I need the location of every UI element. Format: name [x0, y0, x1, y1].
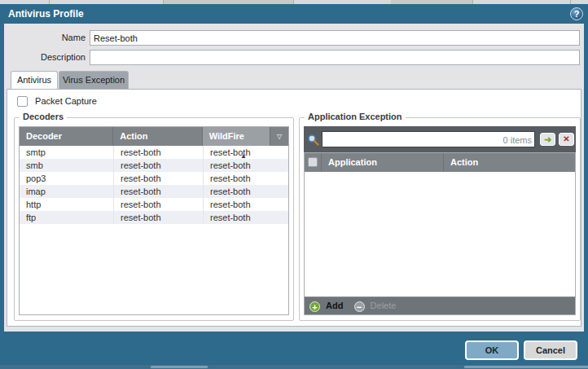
tab-virus-exception[interactable]: Virus Exception — [59, 71, 129, 89]
ok-button[interactable]: OK — [465, 340, 519, 360]
background-page-bottom — [0, 365, 588, 369]
description-label: Description — [4, 52, 86, 62]
dialog-titlebar: Antivirus Profile ? — [0, 4, 588, 24]
decoders-table: Decoder Action WildFire Action▲ ▽ smtp r… — [19, 126, 289, 315]
table-row[interactable]: imap reset-both reset-both — [20, 185, 288, 198]
column-header-application[interactable]: Application — [322, 153, 444, 172]
antivirus-tab-panel: Packet Capture Decoders Decoder Action W… — [7, 89, 581, 327]
dialog-title: Antivirus Profile — [8, 8, 84, 20]
delete-minus-icon: − — [354, 301, 365, 312]
column-menu-icon[interactable]: ▽ — [270, 127, 288, 146]
column-header-action[interactable]: Action — [113, 127, 202, 146]
decoders-legend: Decoders — [20, 112, 67, 121]
column-header-wildfire-action[interactable]: WildFire Action▲ — [203, 127, 271, 146]
packet-capture-checkbox[interactable] — [17, 96, 28, 107]
column-header-decoder[interactable]: Decoder — [20, 127, 113, 146]
table-row[interactable]: pop3 reset-both reset-both — [20, 172, 288, 185]
dialog-body: Name Description Antivirus Virus Excepti… — [4, 24, 584, 332]
select-all-checkbox[interactable] — [305, 153, 322, 172]
application-exception-legend: Application Exception — [305, 112, 406, 121]
help-icon[interactable]: ? — [570, 7, 583, 20]
packet-capture-row: Packet Capture — [17, 95, 97, 107]
dialog-footer: OK Cancel — [0, 332, 588, 365]
delete-button[interactable]: − Delete — [354, 301, 397, 310]
table-row[interactable]: smtp reset-both reset-both — [20, 146, 288, 159]
application-table-footer: + Add − Delete — [304, 297, 576, 315]
application-exception-table: Application Action — [304, 152, 576, 297]
add-plus-icon: + — [309, 301, 320, 312]
application-search-toolbar: 0 items ➜ ✕ — [304, 126, 576, 152]
antivirus-profile-dialog: Antivirus Profile ? Name Description Ant… — [0, 4, 588, 365]
decoders-table-header: Decoder Action WildFire Action▲ ▽ — [20, 127, 288, 146]
decoders-fieldset: Decoders Decoder Action WildFire Action▲… — [14, 117, 294, 321]
add-button[interactable]: + Add — [309, 301, 346, 310]
table-row[interactable]: ftp reset-both reset-both — [20, 211, 288, 224]
packet-capture-label: Packet Capture — [35, 96, 97, 106]
name-label: Name — [4, 33, 86, 42]
search-icon — [307, 134, 319, 146]
apply-filter-icon[interactable]: ➜ — [540, 133, 555, 146]
screen: Antivirus Profile ? Name Description Ant… — [0, 0, 588, 369]
clear-filter-icon[interactable]: ✕ — [559, 133, 574, 146]
tab-antivirus[interactable]: Antivirus — [11, 71, 58, 89]
cancel-button[interactable]: Cancel — [524, 340, 577, 360]
column-header-app-action[interactable]: Action — [444, 153, 575, 172]
application-exception-fieldset: Application Exception 0 items ➜ ✕ — [299, 117, 581, 321]
name-field[interactable] — [90, 30, 580, 46]
application-table-header: Application Action — [305, 153, 575, 172]
description-field[interactable] — [90, 50, 580, 65]
items-count-badge: 0 items — [491, 135, 532, 145]
table-row[interactable]: http reset-both reset-both — [20, 198, 288, 211]
table-row[interactable]: smb reset-both reset-both — [20, 159, 288, 172]
